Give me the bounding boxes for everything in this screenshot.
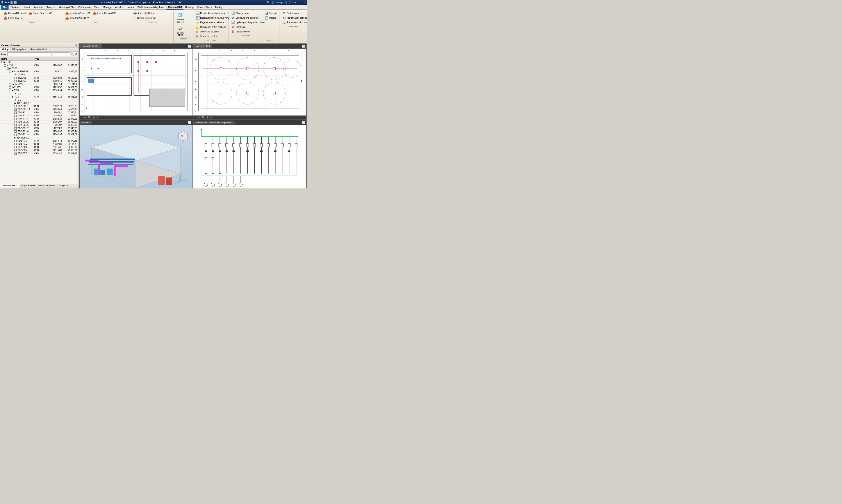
- checkbox[interactable]: [1, 61, 3, 63]
- table-row[interactable]: TD2-ECL 7 CFO10724,315345,56: [0, 127, 78, 130]
- configure-generate-btn[interactable]: ⚙ Configure and generate: [230, 16, 260, 20]
- bottom-tab-project-browser[interactable]: Project Browser - Caneco Tour Lyon.rvt: [19, 184, 57, 187]
- regenerate-cables-btn[interactable]: ⚡ Regenerate the cables: [195, 20, 225, 24]
- table-row[interactable]: ▶ TD-2SJB001: [0, 102, 78, 105]
- menu-bim-interop[interactable]: BIM Interoperability Tools: [136, 5, 166, 10]
- checkbox[interactable]: [15, 152, 17, 155]
- checkbox[interactable]: [4, 65, 6, 67]
- identification-options-btn[interactable]: 🏷 Identification options: [282, 16, 307, 20]
- help-btn[interactable]: ?: [289, 1, 293, 4]
- checkbox[interactable]: [15, 108, 17, 111]
- zoom-fit-ssi[interactable]: ⊞: [206, 116, 209, 119]
- table-row[interactable]: ■ TD-1: [0, 92, 78, 95]
- add-btn[interactable]: ➕ Add: [132, 11, 142, 15]
- checkbox[interactable]: [12, 137, 14, 139]
- checkbox[interactable]: [15, 143, 17, 145]
- synoptic-btn[interactable]: 📊 Synoptic: [264, 11, 279, 15]
- delete-prop-btn[interactable]: 🗑 Delete: [143, 11, 156, 15]
- table-row[interactable]: AR1-ECL1 CFO11890,5214887,39: [0, 86, 78, 89]
- checkbox[interactable]: [15, 111, 17, 114]
- checkbox[interactable]: [15, 149, 17, 151]
- checkbox[interactable]: [12, 93, 14, 95]
- table-row[interactable]: ■ TD-2: [0, 98, 78, 102]
- table-row[interactable]: TD2-PC 2 CFO29332,8635114,73: [0, 142, 78, 145]
- menu-annotate[interactable]: Annotate: [32, 5, 45, 10]
- menu-view[interactable]: View: [92, 5, 101, 10]
- search-icon[interactable]: 🔍: [266, 1, 270, 4]
- delete-all-btn[interactable]: 🗑 Delete all: [230, 25, 246, 29]
- filter-dropdown[interactable]: [7, 52, 52, 56]
- checkbox[interactable]: [15, 105, 17, 107]
- minimize-view-synoptic[interactable]: ⬜: [300, 121, 306, 125]
- menu-analyze[interactable]: Analyze: [45, 5, 57, 10]
- checkbox[interactable]: [15, 121, 17, 123]
- browser-caneco-btn[interactable]: 🌐 BrowserCaneco: [175, 11, 185, 24]
- table-row[interactable]: TD2-PC 3 CFO25315,6130009,02: [0, 146, 78, 149]
- table-row[interactable]: ▶ ALIM TD IRVE CFO4886,714886,71: [0, 70, 78, 73]
- menu-caneco-tools[interactable]: Caneco Tools: [195, 5, 213, 10]
- table-row[interactable]: TD2-ECL 6 CFO8391,0713329,39: [0, 124, 78, 127]
- table-row[interactable]: ■ TR01 CFO11840,8711840,87: [0, 64, 78, 67]
- checkbox[interactable]: [6, 68, 9, 70]
- checkbox[interactable]: [15, 124, 17, 126]
- checkbox[interactable]: [15, 140, 17, 142]
- checkbox[interactable]: [9, 86, 12, 89]
- save-btn[interactable]: 💾: [10, 1, 13, 4]
- menu-addins[interactable]: Add-Ins: [113, 5, 125, 10]
- tab-alerts[interactable]: Alerts and Notificatio: [28, 48, 50, 52]
- checkbox[interactable]: [12, 102, 14, 104]
- tab-wiring[interactable]: Wiring: [0, 48, 11, 52]
- checkbox[interactable]: [15, 118, 17, 120]
- checkbox[interactable]: [15, 77, 17, 79]
- table-row[interactable]: ▶ TD-1 CFO35168,9435168,94: [0, 89, 78, 92]
- view-canvas-ssi[interactable]: 1 2 3 4 5 6 7 8 G F E D C B A: [193, 49, 306, 115]
- zoom-in-ssi[interactable]: 🔍: [201, 116, 205, 119]
- minimize-view-3d[interactable]: ⬜: [187, 121, 193, 125]
- export-caneco-imp-btn[interactable]: 📤 Export Caneco IMP: [27, 11, 53, 15]
- view-tab-synoptic[interactable]: Bureau 2020 CBT_Unifilaire général...: [193, 121, 235, 124]
- menu-file[interactable]: File: [1, 5, 8, 10]
- sync-btn[interactable]: 🔄: [14, 1, 17, 4]
- browser-close-btn[interactable]: ✕: [75, 44, 77, 47]
- table-row[interactable]: TD2-PC 4 CFO24115,8829008,81: [0, 149, 78, 152]
- checkbox[interactable]: [15, 114, 17, 117]
- delete-sections-btn[interactable]: 🗑 Delete the sections: [195, 29, 220, 34]
- calc-sections-btn[interactable]: 📐 Calculation of the sections: [195, 25, 227, 29]
- table-row[interactable]: TD2-ECL 1 CFO29092,7336278,88: [0, 105, 78, 108]
- bottom-tab-properties[interactable]: Properties: [57, 184, 70, 187]
- view-canvas-3d[interactable]: x y z 3D: [80, 125, 193, 188]
- zoom-fit-cfo[interactable]: ⊞: [92, 116, 95, 119]
- table-row[interactable]: TD2-ECL 4 CFO14882,3920379,58: [0, 117, 78, 120]
- checkbox[interactable]: [12, 74, 14, 76]
- filter-search-icon[interactable]: 🔍: [71, 53, 74, 56]
- close-btn[interactable]: ✕: [303, 1, 306, 4]
- close-view-cfo[interactable]: ✕: [98, 45, 100, 47]
- view-tab-ssi[interactable]: Niveau 0 - SSI: [193, 44, 212, 48]
- menu-manage[interactable]: Manage: [101, 5, 113, 10]
- minimize-view-ssi[interactable]: ⬜: [300, 44, 306, 48]
- checkbox[interactable]: [15, 127, 17, 129]
- recalculate-all-btn[interactable]: 🔄 Recalculate all in the project: [195, 11, 229, 15]
- import-caneco-imp-btn[interactable]: 📥 Import Caneco IMP: [92, 11, 117, 15]
- checkbox[interactable]: [15, 146, 17, 148]
- change-order-btn[interactable]: 🔃 Change order: [230, 11, 250, 15]
- checkbox[interactable]: [9, 83, 12, 86]
- table-row[interactable]: ▶ TD-2 CFO35841,1535841,15: [0, 95, 78, 98]
- checkbox[interactable]: [15, 134, 17, 136]
- zoom-in-cfo[interactable]: 🔍: [87, 116, 91, 119]
- menu-routing[interactable]: Routing: [183, 5, 195, 10]
- table-row[interactable]: TD2-ECL 2 CFO28029,132348,84: [0, 111, 78, 114]
- table-row[interactable]: IRVE C1 CFO45182,8845182,88: [0, 76, 78, 79]
- cart-icon[interactable]: 🛒: [284, 1, 288, 4]
- table-row[interactable]: TD2-ECL 5 CFO14395,0719218,95: [0, 121, 78, 124]
- checkbox[interactable]: [12, 99, 14, 101]
- table-row[interactable]: TD2-ECL 9 CFO22202,3530381,02: [0, 133, 78, 136]
- menu-massing[interactable]: Massing & Site: [57, 5, 76, 10]
- table-row[interactable]: ▶ TR01: [0, 61, 78, 64]
- table-row[interactable]: TD2-PC 1 CFO32880,7238872,41: [0, 139, 78, 142]
- menu-modify[interactable]: Modify: [213, 5, 224, 10]
- menu-insert[interactable]: Insert: [22, 5, 32, 10]
- table-row[interactable]: ▶ TD-2SJB002: [0, 136, 78, 139]
- checkbox[interactable]: [9, 96, 12, 98]
- importing-caneco-bt-btn[interactable]: 📥 Importing Caneco BT: [64, 11, 91, 15]
